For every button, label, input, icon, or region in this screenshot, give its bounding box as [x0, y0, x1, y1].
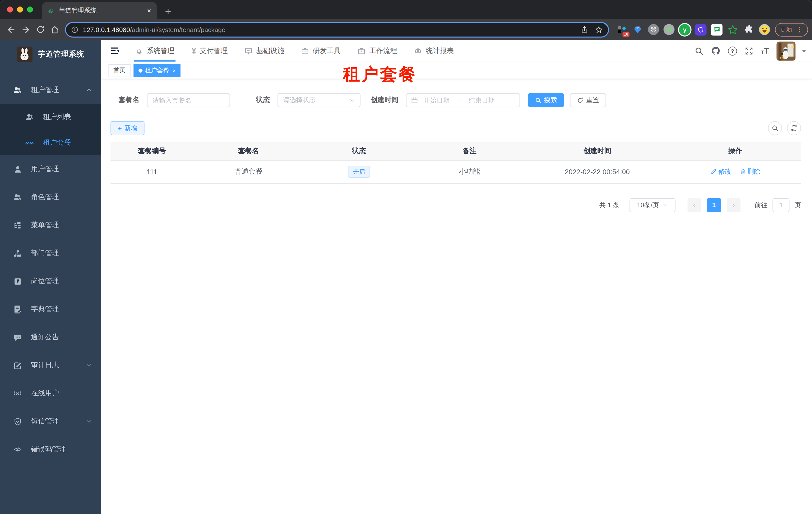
new-tab-button[interactable]: + — [165, 6, 171, 17]
extension-cmd-icon[interactable]: ⌘ — [648, 24, 659, 35]
sidebar-item-role-management[interactable]: 角色管理 — [0, 183, 101, 211]
sidebar-item-label: 部门管理 — [31, 249, 59, 258]
refresh-table-button[interactable] — [787, 121, 801, 135]
sidebar-item-tenant-package[interactable]: 租户套餐 — [0, 130, 101, 155]
bookmark-star-icon[interactable] — [594, 25, 603, 34]
reset-button[interactable]: 重置 — [570, 93, 606, 107]
extension-tabs-icon[interactable]: 10 — [616, 24, 628, 35]
sidebar-item-label: 租户套餐 — [43, 138, 71, 147]
sidebar-item-audit-log[interactable]: 审计日志 — [0, 351, 101, 379]
status-select[interactable]: 请选择状态 — [278, 93, 360, 107]
add-button[interactable]: + 新增 — [111, 121, 145, 135]
sidebar-item-dict-management[interactable]: 字典管理 — [0, 295, 101, 323]
goto-page-input[interactable] — [773, 198, 789, 212]
yen-icon: ¥ — [192, 46, 196, 56]
code-icon: </> — [13, 445, 22, 454]
next-page-button[interactable]: › — [727, 198, 741, 212]
tab-title: 芋道管理系统 — [59, 6, 146, 15]
font-size-icon[interactable]: TT — [761, 47, 769, 55]
user-icon — [13, 165, 22, 174]
sidebar-item-tenant-list[interactable]: 租户列表 — [0, 104, 101, 130]
avatar-caret-down-icon[interactable] — [801, 48, 807, 54]
extension-chat-icon[interactable] — [711, 24, 723, 35]
nav-item-report[interactable]: 统计报表 — [414, 40, 454, 61]
extension-star-icon[interactable] — [727, 24, 738, 35]
zoom-window-button[interactable] — [27, 6, 33, 12]
browser-toolbar: 127.0.0.1:48080/admin-ui/system/tenant/p… — [0, 19, 812, 40]
active-dot — [139, 68, 143, 72]
home-button[interactable] — [48, 22, 62, 37]
share-icon[interactable] — [580, 26, 588, 33]
sidebar-item-label: 租户管理 — [31, 86, 59, 94]
sidebar-item-post-management[interactable]: 岗位管理 — [0, 267, 101, 295]
back-button[interactable] — [4, 22, 19, 37]
header-search-icon[interactable] — [695, 46, 703, 55]
user-avatar[interactable]: 680:30 — [777, 41, 795, 60]
toggle-search-button[interactable] — [768, 121, 782, 135]
sidebar-item-notice[interactable]: 通知公告 — [0, 323, 101, 351]
current-page-button[interactable]: 1 — [707, 198, 721, 212]
extensions-puzzle-icon[interactable] — [743, 24, 754, 35]
page-size-select[interactable]: 10条/页 — [630, 198, 675, 212]
nav-item-devtools[interactable]: 研发工具 — [301, 40, 341, 61]
sidebar-item-error-code[interactable]: </> 错误码管理 — [0, 435, 101, 463]
extension-gem-icon[interactable] — [632, 24, 643, 35]
github-icon[interactable] — [711, 46, 721, 56]
start-date-input[interactable] — [421, 96, 452, 104]
chrome-update-button[interactable]: 更新 ⋮ — [775, 23, 808, 36]
url-text[interactable]: 127.0.0.1:48080/admin-ui/system/tenant/p… — [83, 26, 580, 33]
minimize-window-button[interactable] — [17, 6, 23, 12]
sidebar-item-label: 在线用户 — [31, 389, 59, 398]
help-icon[interactable]: ? — [728, 46, 737, 55]
nav-item-system[interactable]: 系统管理 — [135, 40, 174, 61]
tag-tenant-package[interactable]: 租户套餐 × — [134, 64, 181, 77]
delete-link[interactable]: 删除 — [740, 167, 760, 176]
nav-item-infra[interactable]: 基础设施 — [245, 40, 284, 61]
sidebar-item-dept-management[interactable]: 部门管理 — [0, 239, 101, 267]
browser-tab[interactable]: 芋道管理系统 × — [42, 2, 157, 19]
extension-y-icon[interactable]: y — [679, 24, 691, 35]
url-host: 127.0.0.1:48080 — [83, 26, 130, 33]
package-table: 套餐编号 套餐名 状态 备注 创建时间 操作 111 普通套餐 开启 — [111, 142, 801, 184]
calendar-icon — [411, 97, 418, 104]
reload-button[interactable] — [33, 22, 48, 37]
sidebar-item-online-users[interactable]: 在线用户 — [0, 379, 101, 407]
date-range-picker[interactable]: - — [406, 93, 520, 107]
tag-home[interactable]: 首页 — [109, 64, 130, 77]
profile-avatar-emoji[interactable] — [759, 24, 770, 35]
sidebar-fold-icon[interactable] — [108, 44, 121, 57]
sidebar-item-user-management[interactable]: 用户管理 — [0, 155, 101, 183]
sidebar-item-label: 租户列表 — [43, 112, 71, 121]
sidebar-item-menu-management[interactable]: 菜单管理 — [0, 211, 101, 239]
address-bar[interactable]: 127.0.0.1:48080/admin-ui/system/tenant/p… — [65, 22, 609, 37]
page-content: 套餐名 状态 请选择状态 创建时间 - — [101, 79, 812, 514]
sidebar-item-sms-management[interactable]: 短信管理 — [0, 407, 101, 435]
edit-link[interactable]: 修改 — [710, 167, 731, 176]
package-name-input[interactable] — [147, 93, 230, 107]
extensions-bar: 10 ⌘ y — [616, 24, 770, 35]
book-gear-icon — [13, 305, 22, 314]
filter-status-label: 状态 — [256, 96, 270, 105]
cell-package-id: 111 — [111, 160, 193, 183]
table-right-tools — [768, 121, 801, 135]
svg-text:0:30: 0:30 — [780, 57, 784, 59]
site-info-icon[interactable] — [71, 26, 79, 33]
forward-button[interactable] — [19, 22, 33, 37]
tab-close-icon[interactable]: × — [146, 7, 152, 14]
dashboard-icon — [414, 47, 422, 55]
extension-shield-icon[interactable] — [695, 24, 706, 35]
nav-item-workflow[interactable]: 工作流程 — [358, 40, 397, 61]
plus-icon: + — [117, 125, 122, 132]
search-button[interactable]: 搜索 — [528, 93, 564, 107]
browser-menu-icon[interactable]: ⋮ — [796, 26, 803, 33]
col-created-at: 创建时间 — [525, 142, 670, 160]
fullscreen-icon[interactable] — [745, 46, 754, 55]
extension-recorder-icon[interactable] — [664, 24, 674, 35]
nav-item-payment[interactable]: ¥ 支付管理 — [192, 40, 228, 61]
sidebar-item-tenant-management[interactable]: 租户管理 — [0, 76, 101, 104]
end-date-input[interactable] — [466, 96, 497, 104]
tag-close-icon[interactable]: × — [173, 67, 176, 73]
cell-created-at: 2022-02-22 00:54:00 — [525, 160, 670, 183]
prev-page-button[interactable]: ‹ — [688, 198, 701, 212]
close-window-button[interactable] — [7, 6, 13, 12]
